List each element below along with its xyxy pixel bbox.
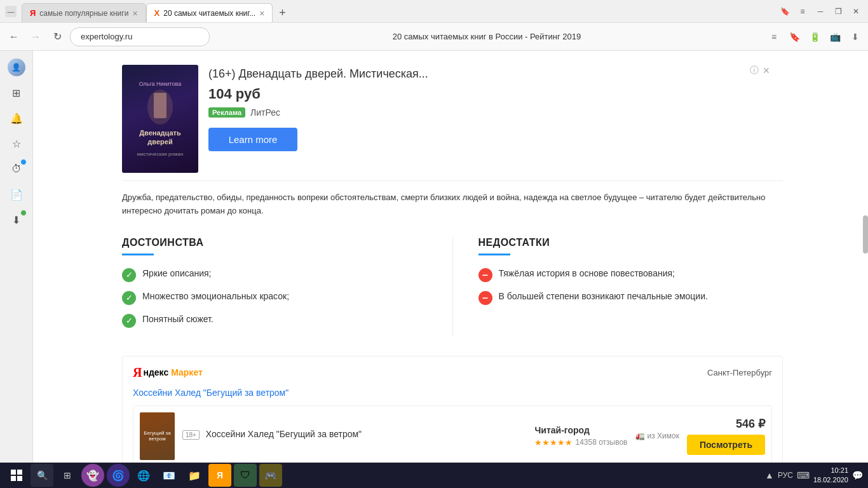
address-input[interactable] [70,27,210,46]
back-button[interactable]: ← [5,28,23,46]
scroll-thumb[interactable] [863,215,868,254]
pro-text-3: Понятный сюжет. [142,314,214,324]
cons-underline [478,254,510,255]
market-product-link[interactable]: Хоссейни Халед "Бегущий за ветром" [133,388,772,398]
ya-logo-market: Маркет [171,367,203,377]
market-title-text: Хоссейни Халед "Бегущий за ветром" [206,429,362,439]
market-view-button[interactable]: Посмотреть [687,435,765,455]
yandex-icon: Я [217,470,223,480]
pros-column: ДОСТОИНСТВА ✓ Яркие описания; ✓ Множеств… [122,237,453,337]
con-text-2: В большей степени возникают печальные эм… [499,291,708,301]
ad-close-icon[interactable]: ✕ [763,65,770,76]
forward-button[interactable]: → [27,28,44,46]
age-badge: 18+ [182,430,200,440]
taskbar-app-browser2[interactable]: 🌀 [107,464,130,487]
bookmark-icon[interactable]: 🔖 [778,4,792,18]
page-area: ⓘ ✕ Ольга Никитова Двенадцать дверей мис… [33,51,868,463]
sidebar-item-bookmarks[interactable]: ☆ [5,132,28,155]
taskbar-app-game[interactable]: 🎮 [259,464,282,487]
task-view-icon: ⊞ [64,470,71,480]
browser-close-button[interactable]: ✕ [849,4,863,18]
taskbar-app-ie[interactable]: 🌐 [132,464,155,487]
window-controls-right: 🔖 ≡ ─ ❐ ✕ [778,4,863,18]
sidebar-item-history[interactable]: ⏱ [5,158,28,180]
history-badge [20,159,27,165]
clock-date: 18.02.2020 [813,475,848,485]
book-cover-sub: мистическая роман [137,151,184,157]
taskbar-task-view[interactable]: ⊞ [56,464,79,487]
language-indicator: РУС [778,471,793,480]
pro-item-2: ✓ Множество эмоциональных красок; [122,291,427,305]
taskbar-right: ▲ РУС ⌨ 10:21 18.02.2020 💬 [765,466,863,485]
ghost-icon: 👻 [86,470,99,482]
browser-maximize-button[interactable]: ❐ [831,4,845,18]
reader-mode-icon[interactable]: ≡ [766,29,782,44]
favorites-icon[interactable]: 🔖 [787,29,802,44]
description-text: Дружба, предательство, обиды, преданност… [122,191,783,218]
mail-icon: 📧 [163,470,175,482]
reklama-badge: Реклама [208,107,245,118]
ad-info-icon[interactable]: ⓘ [750,65,759,76]
taskbar: 🔍 ⊞ 👻 🌀 🌐 📧 📁 Я 🛡 🎮 ▲ РУС ⌨ 10:21 18.02.… [0,463,868,488]
taskbar-app-yandex[interactable]: Я [208,464,231,487]
taskbar-app-files[interactable]: 📁 [183,464,206,487]
sidebar-item-apps[interactable]: ⊞ [5,81,28,104]
shop-name: ЛитРес [250,107,280,118]
con-item-1: – Тяжёлая история в основе повествования… [478,268,783,282]
bell-icon: 🔔 [10,112,23,125]
taskbar-keyboard-icon[interactable]: ⌨ [797,470,810,480]
sidebar-avatar[interactable]: 👤 [5,56,28,79]
market-section: Я ндекс Маркет Санкт-Петербург Хоссейни … [122,356,783,463]
download-icon[interactable]: ⬇ [848,29,863,44]
sidebar-item-collections[interactable]: 📄 [5,183,28,206]
downloads-badge [20,210,27,216]
tab1-favicon: Я [30,8,36,18]
learn-more-button[interactable]: Learn more [208,128,297,151]
market-product-title: 18+ Хоссейни Халед "Бегущий за ветром" [182,429,527,440]
delivery-text: из Химок [648,431,679,440]
tab-2[interactable]: X 20 самых читаемых книг... × [146,3,273,22]
tab1-title: самые популярные книги [39,9,128,18]
menu-icon[interactable]: ≡ [796,4,810,18]
reviews-count: 14358 отзывов [575,438,627,447]
ya-logo-y: Я [133,365,142,380]
taskbar-app-mail[interactable]: 📧 [158,464,180,487]
pro-text-1: Яркие описания; [142,268,212,278]
ad-title: (16+) Двенадцать дверей. Мистическая... [208,67,428,81]
start-button[interactable] [5,464,28,487]
tab2-title: 20 самых читаемых книг... [163,9,255,18]
search-icon: 🔍 [37,470,48,480]
pro-item-3: ✓ Понятный сюжет. [122,314,427,328]
book-author: Ольга Никитова [139,81,182,87]
pros-cons-section: ДОСТОИНСТВА ✓ Яркие описания; ✓ Множеств… [122,237,783,337]
browser-minimize-button[interactable]: ─ [813,4,827,18]
taskbar-app-antivirus[interactable]: 🛡 [234,464,257,487]
ad-tags: Реклама ЛитРес [208,107,428,118]
tab-1[interactable]: Я самые популярные книги × [22,3,146,22]
book-cover: Ольга Никитова Двенадцать дверей мистиче… [122,65,198,173]
reload-button[interactable]: ↻ [48,28,66,46]
taskbar-search[interactable]: 🔍 [31,464,53,487]
taskbar-app-ghost[interactable]: 👻 [81,464,104,487]
tab2-close[interactable]: × [259,8,264,18]
sidebar-item-notifications[interactable]: 🔔 [5,107,28,130]
sidebar-item-downloads[interactable]: ⬇ [5,208,28,231]
tab2-favicon: X [154,8,160,18]
apps-grid-icon: ⊞ [12,87,20,99]
minimize-button[interactable]: — [5,6,17,17]
ad-section: ⓘ ✕ Ольга Никитова Двенадцать дверей мис… [122,57,783,181]
taskbar-up-arrow[interactable]: ▲ [765,470,774,480]
history-icon: ⏱ [11,163,22,175]
check-icon-1: ✓ [122,268,136,282]
cast-icon[interactable]: 📺 [827,29,843,44]
market-city: Санкт-Петербург [707,368,772,377]
minus-icon-2: – [478,291,492,305]
pro-text-2: Множество эмоциональных красок; [142,291,289,301]
tab1-close[interactable]: × [132,8,137,18]
new-tab-button[interactable]: + [273,3,292,22]
notification-center-button[interactable]: 💬 [852,470,863,480]
market-price: 546 ₽ [736,417,765,431]
ie-icon: 🌐 [137,470,150,482]
cons-title: НЕДОСТАТКИ [478,237,783,248]
minus-icon-1: – [478,268,492,282]
